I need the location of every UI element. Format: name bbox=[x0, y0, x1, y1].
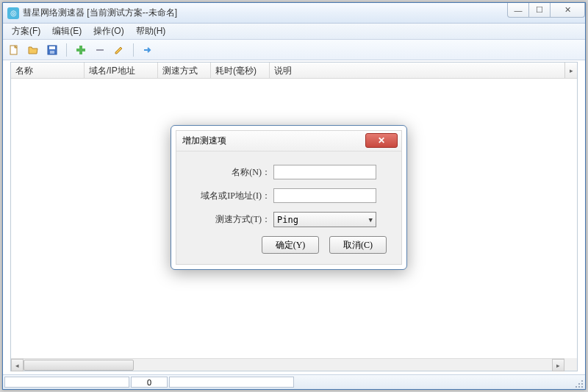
toolbar bbox=[3, 40, 585, 60]
scroll-corner bbox=[564, 358, 577, 371]
window-title: 彗星网络测速器 [当前测试方案--未命名] bbox=[23, 7, 177, 19]
toolbar-separator bbox=[66, 43, 67, 57]
form-row-method: 测速方式(T)： Ping bbox=[187, 212, 391, 227]
dialog-close-button[interactable]: ✕ bbox=[365, 133, 398, 148]
header-scroll-button[interactable]: ▸ bbox=[564, 63, 577, 78]
menubar: 方案(F) 编辑(E) 操作(O) 帮助(H) bbox=[3, 24, 585, 40]
svg-rect-5 bbox=[76, 49, 85, 51]
cancel-button[interactable]: 取消(C) bbox=[329, 236, 387, 254]
scroll-thumb[interactable] bbox=[24, 360, 134, 371]
label-name: 名称(N)： bbox=[187, 166, 273, 179]
status-cell-1 bbox=[4, 377, 129, 388]
minimize-button[interactable]: — bbox=[507, 3, 529, 18]
status-count: 0 bbox=[131, 377, 168, 388]
scroll-right-button[interactable]: ▸ bbox=[552, 359, 564, 371]
svg-rect-2 bbox=[49, 46, 55, 49]
host-input[interactable] bbox=[273, 188, 376, 203]
open-folder-icon[interactable] bbox=[26, 43, 40, 57]
maximize-button[interactable]: ☐ bbox=[528, 3, 551, 18]
column-latency[interactable]: 耗时(毫秒) bbox=[211, 63, 270, 78]
column-method[interactable]: 测速方式 bbox=[158, 63, 211, 78]
menu-edit[interactable]: 编辑(E) bbox=[46, 24, 87, 39]
menu-scheme[interactable]: 方案(F) bbox=[6, 24, 46, 39]
svg-rect-6 bbox=[96, 49, 104, 51]
dialog-body: 名称(N)： 域名或IP地址(I)： 测速方式(T)： Ping 确定(Y) 取… bbox=[176, 152, 401, 264]
label-host: 域名或IP地址(I)： bbox=[187, 190, 273, 202]
dialog-titlebar[interactable]: 增加测速项 ✕ bbox=[176, 131, 401, 152]
statusbar: 0 bbox=[3, 374, 585, 389]
close-button[interactable]: ✕ bbox=[550, 3, 585, 18]
window-controls: — ☐ ✕ bbox=[508, 3, 585, 18]
save-icon[interactable] bbox=[46, 43, 59, 57]
app-icon: ◎ bbox=[7, 7, 19, 19]
toolbar-separator bbox=[133, 43, 134, 57]
remove-icon[interactable] bbox=[93, 43, 107, 57]
column-host[interactable]: 域名/IP地址 bbox=[85, 63, 158, 78]
form-row-name: 名称(N)： bbox=[187, 165, 391, 179]
add-item-dialog: 增加测速项 ✕ 名称(N)： 域名或IP地址(I)： 测速方式(T)： Ping… bbox=[171, 125, 407, 270]
column-desc[interactable]: 说明 bbox=[270, 63, 577, 78]
new-file-icon[interactable] bbox=[7, 43, 21, 57]
horizontal-scrollbar[interactable]: ◂ ▸ bbox=[11, 358, 564, 371]
add-icon[interactable] bbox=[74, 43, 87, 57]
scroll-left-button[interactable]: ◂ bbox=[11, 359, 24, 371]
table-header: 名称 域名/IP地址 测速方式 耗时(毫秒) 说明 ▸ bbox=[11, 63, 577, 79]
dialog-inner: 增加测速项 ✕ 名称(N)： 域名或IP地址(I)： 测速方式(T)： Ping… bbox=[176, 130, 402, 265]
name-input[interactable] bbox=[273, 165, 376, 179]
dialog-buttons: 确定(Y) 取消(C) bbox=[187, 236, 391, 254]
method-select[interactable]: Ping bbox=[273, 212, 376, 227]
titlebar[interactable]: ◎ 彗星网络测速器 [当前测试方案--未命名] — ☐ ✕ bbox=[3, 3, 585, 24]
label-method: 测速方式(T)： bbox=[187, 213, 273, 226]
run-arrow-icon[interactable] bbox=[141, 43, 154, 57]
svg-rect-3 bbox=[50, 51, 54, 54]
menu-help[interactable]: 帮助(H) bbox=[130, 24, 172, 39]
column-name[interactable]: 名称 bbox=[11, 63, 85, 78]
form-row-host: 域名或IP地址(I)： bbox=[187, 188, 391, 203]
status-cell-3 bbox=[169, 377, 294, 388]
dialog-title-text: 增加测速项 bbox=[182, 135, 226, 147]
menu-operate[interactable]: 操作(O) bbox=[87, 24, 129, 39]
ok-button[interactable]: 确定(Y) bbox=[262, 236, 319, 254]
edit-pencil-icon[interactable] bbox=[112, 43, 126, 57]
resize-grip-icon[interactable] bbox=[573, 378, 584, 388]
